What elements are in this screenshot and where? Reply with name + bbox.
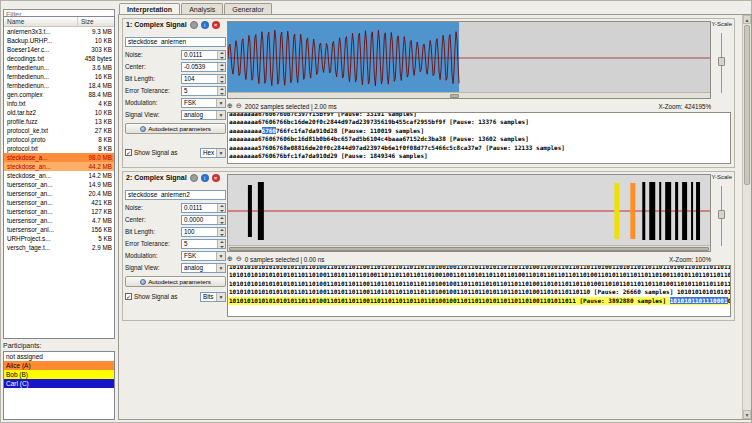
signal-2-options-icon[interactable] [190, 174, 198, 182]
data-row[interactable]: aaaaaaaaa6760766fc1fa7da910d28 [Pause: 1… [228, 127, 730, 135]
slider-handle[interactable] [718, 57, 725, 66]
participant-row[interactable]: Alice (A) [4, 361, 114, 370]
file-row[interactable]: fernbedienun...3.6 MB [4, 63, 114, 72]
file-row[interactable]: fernbedienun...16 KB [4, 72, 114, 81]
file-row[interactable]: fernbedienun...18.4 MB [4, 81, 114, 90]
data-row[interactable]: 1010101010101010101101101001101011011001… [228, 288, 730, 296]
noise-spinbox[interactable]: 0.0111 [181, 203, 226, 213]
signal-2-message-rows[interactable]: 1010101010101010101101101001101011011001… [227, 265, 731, 317]
file-row[interactable]: anlernen3x3.t...9.3 MB [4, 27, 114, 36]
file-row[interactable]: tuersensor_an...20.4 MB [4, 189, 114, 198]
modulation-select[interactable]: FSK ▼ [181, 251, 226, 261]
scrollbar-handle[interactable] [744, 25, 750, 185]
error-tolerance-spinbox[interactable]: 5 [181, 239, 226, 249]
zoom-out-icon[interactable]: ⊖ [236, 102, 242, 110]
signal-1-plot-area[interactable] [227, 21, 711, 99]
spin-arrows-icon[interactable] [217, 63, 225, 71]
spin-arrows-icon[interactable] [217, 75, 225, 83]
file-row[interactable]: info.txt4 KB [4, 99, 114, 108]
file-row[interactable]: protocol.proto8 KB [4, 135, 114, 144]
main-vertical-scrollbar[interactable]: ▲ ▼ [742, 15, 751, 419]
file-table-header[interactable]: Name Size [4, 17, 114, 27]
spin-arrows-icon[interactable] [217, 228, 225, 236]
file-row[interactable]: tuersensor_an...127 KB [4, 207, 114, 216]
file-row[interactable]: decodings.txt458 bytes [4, 54, 114, 63]
file-row[interactable]: tuersensor_an...4.7 MB [4, 216, 114, 225]
column-header-name[interactable]: Name [4, 17, 78, 26]
data-row[interactable]: aaaaaaaa67606766bc16de20f0c2844d97ad2397… [228, 118, 730, 126]
modulation-select[interactable]: FSK ▼ [181, 98, 226, 108]
data-row[interactable]: 1010101010101010101101101001101011011001… [228, 280, 730, 288]
data-row[interactable]: 1010101010101010101101101001101011011010… [228, 271, 730, 279]
signal-1-message-rows[interactable]: aaaaaaaa67606760b7c397f15bf9f [Pause: 33… [227, 112, 731, 164]
scrollbar-handle[interactable] [450, 94, 459, 98]
autodetect-button[interactable]: Autodetect parameters [125, 276, 226, 287]
scroll-down-icon[interactable]: ▼ [743, 410, 751, 419]
signal-2-name-input[interactable] [125, 190, 226, 200]
selection-region[interactable] [228, 22, 459, 93]
autodetect-button[interactable]: Autodetect parameters [125, 123, 226, 134]
show-signal-as-checkbox[interactable]: ✓ [125, 293, 132, 300]
show-signal-as-checkbox[interactable]: ✓ [125, 149, 132, 156]
column-header-size[interactable]: Size [78, 17, 114, 26]
show-signal-as-select[interactable]: Hex ▼ [200, 148, 226, 158]
file-name: anlernen3x3.t... [4, 27, 78, 36]
spin-arrows-icon[interactable] [217, 87, 225, 95]
spin-arrows-icon[interactable] [217, 51, 225, 59]
file-row[interactable]: steckdose_an...44.2 MB [4, 162, 114, 171]
data-row[interactable]: aaaaaaaa57606768e08816de20f0c2844d97ad23… [228, 144, 730, 152]
zoom-in-icon[interactable]: ⊕ [227, 255, 233, 263]
file-row[interactable]: gen.complex88.4 MB [4, 90, 114, 99]
data-row[interactable]: 1010101010101010101101101001101011011001… [228, 297, 730, 305]
participant-row[interactable]: not assigned [4, 352, 114, 361]
signal-2-close-icon[interactable]: × [212, 174, 220, 182]
signal-2-info-icon[interactable]: i [201, 174, 209, 182]
bit-length-spinbox[interactable]: 104 [181, 74, 226, 84]
file-name: profile.fuzz [4, 117, 78, 126]
signal-1-close-icon[interactable]: × [212, 21, 220, 29]
signal-view-value: analog [182, 264, 216, 272]
file-row[interactable]: old.tar.bz210 KB [4, 108, 114, 117]
signal-1-info-icon[interactable]: i [201, 21, 209, 29]
file-row[interactable]: Backup.URHP...10 KB [4, 36, 114, 45]
row-text: 766fc1fa7da910d28 [Pause: 110019 samples… [276, 127, 424, 134]
file-row[interactable]: tuersensor_anl...156 KB [4, 225, 114, 234]
signal-2-h-scrollbar[interactable] [228, 245, 710, 251]
spin-arrows-icon[interactable] [217, 204, 225, 212]
center-spinbox[interactable]: 0.0000 [181, 215, 226, 225]
file-row[interactable]: steckdose_a...98.0 MB [4, 153, 114, 162]
center-spinbox[interactable]: -0.0539 [181, 62, 226, 72]
error-tolerance-spinbox[interactable]: 5 [181, 86, 226, 96]
file-row[interactable]: tuersensor_an...14.9 MB [4, 180, 114, 189]
bit-length-spinbox[interactable]: 100 [181, 227, 226, 237]
slider-handle[interactable] [718, 210, 725, 219]
participant-row[interactable]: Carl (C) [4, 379, 114, 388]
scroll-up-icon[interactable]: ▲ [743, 15, 751, 24]
signal-1-name-input[interactable] [125, 37, 226, 47]
signal-2-plot-area[interactable] [227, 174, 711, 252]
noise-spinbox[interactable]: 0.0111 [181, 50, 226, 60]
file-row[interactable]: protocol_ke.txt27 KB [4, 126, 114, 135]
zoom-out-icon[interactable]: ⊖ [236, 255, 242, 263]
file-row[interactable]: profile.fuzz13 KB [4, 117, 114, 126]
file-row[interactable]: protocol.txt8 KB [4, 144, 114, 153]
file-row[interactable]: versch_tage.t...2.9 MB [4, 243, 114, 252]
signal-view-select[interactable]: analog ▼ [181, 263, 226, 273]
signal-1-h-scrollbar[interactable] [228, 92, 710, 98]
zoom-in-icon[interactable]: ⊕ [227, 102, 233, 110]
file-row[interactable]: Boeser14er.c...303 KB [4, 45, 114, 54]
data-row[interactable]: aaaaaaaa676067606bc16d81b0b64bc657ad5b61… [228, 135, 730, 143]
file-row[interactable]: steckdose_an...14.2 MB [4, 171, 114, 180]
participant-row[interactable]: Bob (B) [4, 370, 114, 379]
show-signal-as-select[interactable]: Bits ▼ [200, 292, 226, 302]
spin-arrows-icon[interactable] [217, 240, 225, 248]
signal-view-select[interactable]: analog ▼ [181, 110, 226, 120]
y-scale-slider[interactable] [718, 33, 725, 93]
file-row[interactable]: tuersensor_an...421 KB [4, 198, 114, 207]
y-scale-slider[interactable] [718, 186, 725, 246]
spin-arrows-icon[interactable] [217, 216, 225, 224]
data-row[interactable]: aaaaaaaa6760676bfc1fa7da910d29 [Pause: 1… [228, 152, 730, 160]
signal-1-options-icon[interactable] [190, 21, 198, 29]
file-row[interactable]: URHProject.s...5 KB [4, 234, 114, 243]
scrollbar-handle[interactable] [229, 247, 709, 251]
